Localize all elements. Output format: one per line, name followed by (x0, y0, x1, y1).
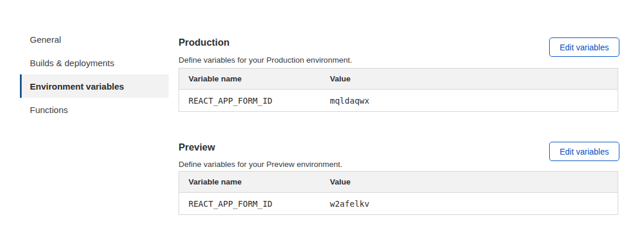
variable-name-column-header: Variable name (179, 69, 321, 90)
value-column-header: Value (321, 69, 618, 90)
production-section-description: Define variables for your Production env… (179, 56, 352, 65)
variable-value-cell: mqldaqwx (321, 90, 618, 112)
value-column-header: Value (321, 172, 618, 193)
table-row: REACT_APP_FORM_ID mqldaqwx (179, 90, 618, 112)
sidebar-item-label: Builds & deployments (30, 58, 114, 68)
preview-section-description: Define variables for your Preview enviro… (179, 160, 342, 169)
settings-sidebar: General Builds & deployments Environment… (20, 28, 169, 121)
production-variables-table: Variable name Value REACT_APP_FORM_ID mq… (179, 68, 618, 112)
variable-name-cell: REACT_APP_FORM_ID (179, 90, 321, 112)
variable-value-cell: w2afelkv (321, 193, 618, 215)
production-edit-variables-button[interactable]: Edit variables (549, 37, 619, 57)
sidebar-item-functions[interactable]: Functions (20, 98, 169, 121)
sidebar-item-label: Functions (30, 105, 68, 115)
variable-name-cell: REACT_APP_FORM_ID (179, 193, 321, 215)
sidebar-item-builds-deployments[interactable]: Builds & deployments (20, 51, 169, 74)
variable-name-column-header: Variable name (179, 172, 321, 193)
table-header-row: Variable name Value (179, 172, 618, 193)
sidebar-item-label: Environment variables (30, 81, 124, 91)
table-row: REACT_APP_FORM_ID w2afelkv (179, 193, 618, 215)
environment-variables-panel: Production Define variables for your Pro… (179, 0, 619, 246)
sidebar-item-general[interactable]: General (20, 28, 169, 51)
preview-variables-table: Variable name Value REACT_APP_FORM_ID w2… (179, 171, 618, 215)
sidebar-item-label: General (30, 35, 61, 45)
preview-edit-variables-button[interactable]: Edit variables (549, 142, 619, 161)
preview-section-title: Preview (179, 142, 215, 152)
sidebar-item-environment-variables[interactable]: Environment variables (20, 74, 169, 98)
production-section-title: Production (179, 37, 229, 47)
table-header-row: Variable name Value (179, 69, 618, 90)
